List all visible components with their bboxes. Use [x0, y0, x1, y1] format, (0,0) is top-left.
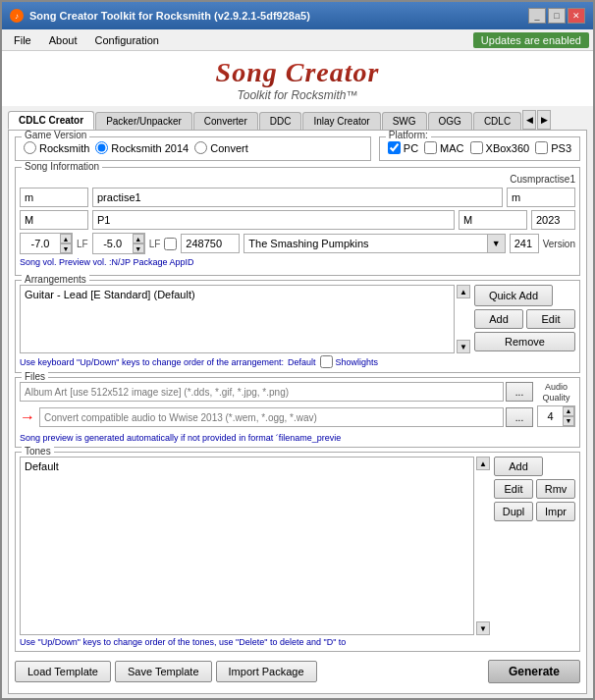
tab-nav-right[interactable]: ▶ — [537, 110, 551, 130]
song-vol-spinner[interactable]: ▲ ▼ — [20, 233, 73, 254]
song-info-label: Song Information — [22, 161, 102, 172]
lf-label1: LF — [77, 239, 88, 249]
app-icon: ♪ — [10, 9, 24, 23]
song-year[interactable] — [531, 210, 575, 230]
edit-arrangement-button[interactable]: Edit — [526, 309, 575, 329]
album-art-input[interactable] — [20, 382, 504, 402]
tab-swg[interactable]: SWG — [382, 112, 427, 130]
file-row-2: → ... — [20, 407, 533, 427]
browse-audio[interactable]: ... — [506, 407, 533, 427]
tab-packer-unpacker[interactable]: Packer/Unpacker — [95, 112, 192, 130]
arrangements-list[interactable]: Guitar - Lead [E Standard] (Default) — [20, 285, 455, 353]
song-info-section: Song Information Cusmpractise1 — [15, 167, 580, 276]
preview-vol-up[interactable]: ▲ — [133, 234, 144, 243]
preview-vol-spinner[interactable]: ▲ ▼ — [92, 233, 145, 254]
platform-xbox[interactable]: XBox360 — [470, 141, 530, 154]
menu-file[interactable]: File — [6, 32, 39, 48]
load-template-button[interactable]: Load Template — [15, 661, 111, 682]
platform-label: Platform: — [386, 130, 431, 140]
lf-checkbox[interactable] — [164, 238, 177, 250]
radio-rocksmith2014[interactable]: Rocksmith 2014 — [95, 141, 189, 154]
tab-nav-left[interactable]: ◀ — [522, 110, 536, 130]
tab-inlay-creator[interactable]: Inlay Creator — [302, 112, 380, 130]
import-package-button[interactable]: Import Package — [216, 661, 317, 682]
add-arrangement-button[interactable]: Add — [474, 309, 523, 329]
arr-scroll-down[interactable]: ▼ — [457, 340, 470, 353]
quick-add-button[interactable]: Quick Add — [474, 285, 553, 306]
edit-tone-button[interactable]: Edit — [494, 479, 533, 499]
dupl-tone-button[interactable]: Dupl — [494, 502, 533, 521]
audio-quality-down[interactable]: ▼ — [563, 416, 574, 426]
song-artist-short[interactable] — [20, 188, 88, 207]
impr-tone-button[interactable]: Impr — [536, 502, 575, 521]
remove-arrangement-button[interactable]: Remove — [474, 332, 575, 351]
logo-area: Song Creator Toolkit for Rocksmith™ — [2, 51, 593, 106]
tab-converter[interactable]: Converter — [193, 112, 258, 130]
song-artist-sort[interactable] — [20, 210, 88, 230]
platform-pc[interactable]: PC — [388, 141, 418, 154]
platform-ps3[interactable]: PS3 — [535, 141, 571, 154]
radio-rocksmith[interactable]: Rocksmith — [24, 141, 89, 154]
tones-scroll-up[interactable]: ▲ — [476, 457, 490, 470]
artist-dropdown-arrow[interactable]: ▼ — [487, 235, 505, 252]
maximize-button[interactable]: □ — [548, 8, 566, 24]
tones-label: Tones — [22, 446, 54, 457]
arr-buttons: Quick Add Add Edit Remove — [474, 285, 575, 353]
panel: Game Version Rocksmith Rocksmith 2014 — [8, 130, 587, 694]
tab-ogg[interactable]: OGG — [428, 112, 472, 130]
rocksmith2014-label: Rocksmith 2014 — [111, 142, 189, 154]
tab-ddc[interactable]: DDC — [259, 112, 302, 130]
list-item[interactable]: Default — [23, 459, 471, 473]
arr-scrollbar: ▲ ▼ — [457, 285, 470, 353]
platform-ps3-label: PS3 — [551, 142, 571, 154]
artist-input[interactable] — [244, 235, 486, 252]
main-window: ♪ Song Creator Toolkit for Rocksmith (v2… — [0, 0, 595, 700]
preview-vol-down[interactable]: ▼ — [133, 243, 144, 253]
radio-convert[interactable]: Convert — [194, 141, 248, 154]
close-button[interactable]: ✕ — [568, 8, 585, 24]
save-template-button[interactable]: Save Template — [115, 661, 212, 682]
song-album-sort[interactable] — [459, 210, 527, 230]
list-item[interactable]: Guitar - Lead [E Standard] (Default) — [23, 288, 452, 301]
song-album-short[interactable] — [507, 188, 575, 207]
window-title: Song Creator Toolkit for Rocksmith (v2.9… — [29, 10, 310, 22]
song-title-sort[interactable] — [92, 210, 455, 230]
tones-list[interactable]: Default — [20, 457, 474, 635]
menu-about[interactable]: About — [41, 32, 85, 48]
tab-cdlc[interactable]: CDLC — [473, 112, 521, 130]
platform-mac[interactable]: MAC — [424, 141, 463, 154]
audio-quality-label: AudioQuality — [542, 382, 569, 404]
audio-quality-input[interactable] — [538, 406, 563, 426]
app-id-input[interactable] — [181, 234, 240, 253]
generate-button[interactable]: Generate — [488, 660, 580, 683]
song-vol-input[interactable] — [21, 234, 60, 253]
tones-scrollbar: ▲ ▼ — [476, 457, 490, 635]
audio-quality-spinner[interactable]: ▲ ▼ — [537, 405, 575, 427]
version-number[interactable] — [510, 234, 539, 253]
tones-scroll-down[interactable]: ▼ — [476, 621, 490, 635]
showlights-checkbox[interactable]: Showlights — [320, 355, 379, 368]
audio-quality-box: AudioQuality ▲ ▼ — [537, 382, 575, 430]
cusm-label: Cusmpractise1 — [510, 174, 575, 185]
artist-dropdown[interactable]: ▼ — [243, 234, 505, 253]
update-badge: Updates are enabled — [473, 32, 589, 48]
song-title[interactable] — [92, 188, 503, 207]
browse-album-art[interactable]: ... — [506, 382, 533, 402]
arrow-icon: → — [20, 408, 35, 426]
menu-bar: File About Configuration Updates are ena… — [2, 29, 593, 51]
tones-hint: Use "Up/Down" keys to change order of th… — [20, 637, 575, 647]
add-tone-button[interactable]: Add — [494, 457, 543, 476]
minimize-button[interactable]: _ — [528, 8, 546, 24]
song-vol-down[interactable]: ▼ — [60, 243, 72, 253]
convert-label: Convert — [210, 142, 248, 154]
audio-input[interactable] — [39, 407, 504, 427]
rocksmith-label: Rocksmith — [39, 142, 89, 154]
lf-label2: LF — [149, 239, 161, 249]
menu-configuration[interactable]: Configuration — [86, 32, 166, 48]
preview-vol-input[interactable] — [93, 234, 133, 253]
song-vol-up[interactable]: ▲ — [60, 234, 72, 243]
rmv-tone-button[interactable]: Rmv — [536, 479, 575, 499]
arr-scroll-up[interactable]: ▲ — [457, 285, 470, 298]
tab-cdlc-creator[interactable]: CDLC Creator — [8, 111, 94, 130]
audio-quality-up[interactable]: ▲ — [563, 406, 574, 416]
